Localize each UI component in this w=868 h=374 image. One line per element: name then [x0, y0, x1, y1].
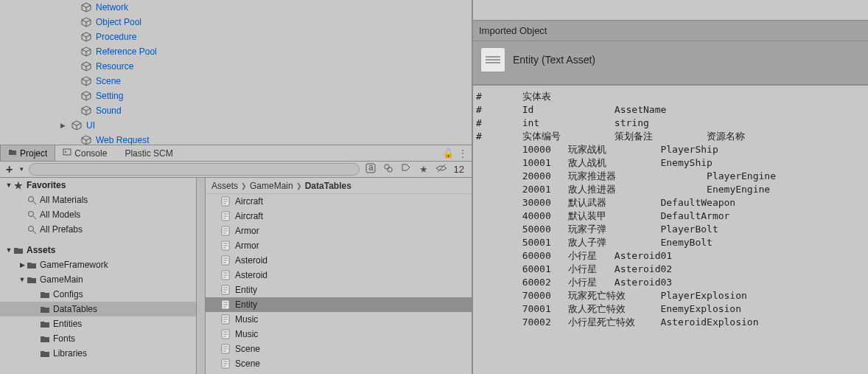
asset-item[interactable]: Entity [206, 297, 472, 312]
favorite-item[interactable]: All Materials [0, 193, 205, 207]
folder-icon [27, 260, 37, 270]
folder-label: Assets [27, 245, 55, 255]
create-button[interactable]: + [4, 163, 14, 176]
hierarchy-item[interactable]: Web Request [0, 133, 472, 145]
asset-label: Armor [235, 240, 259, 251]
hierarchy-item[interactable]: Setting [0, 89, 472, 103]
folder-label: All Materials [40, 195, 88, 205]
gameobject-icon [81, 76, 91, 86]
asset-item[interactable]: Asteroid [206, 268, 472, 283]
search-input[interactable] [29, 163, 359, 176]
search-by-name-icon[interactable]: a [364, 163, 377, 176]
asset-item[interactable]: Scene [206, 356, 472, 371]
tab-plastic-scm[interactable]: Plastic SCM [114, 145, 180, 161]
text-file-icon [220, 211, 231, 221]
svg-text:a: a [368, 163, 374, 173]
tab-project[interactable]: Project [0, 145, 55, 161]
folder-tree: ▼★FavoritesAll MaterialsAll ModelsAll Pr… [0, 178, 206, 374]
favorites-header[interactable]: ▼★Favorites [0, 178, 205, 193]
expand-arrow-icon[interactable]: ▼ [4, 246, 13, 254]
folder-item[interactable]: Entities [0, 316, 205, 331]
text-file-icon [220, 359, 231, 369]
asset-item[interactable]: Aircraft [206, 209, 472, 224]
folder-icon [40, 333, 50, 344]
hierarchy-item[interactable]: Sound [0, 103, 472, 118]
text-file-icon [220, 329, 231, 339]
gameobject-icon [81, 91, 91, 101]
lock-icon[interactable]: 🔓 [443, 148, 454, 159]
create-dropdown-icon[interactable]: ▼ [18, 166, 24, 173]
asset-item[interactable]: Asteroid [206, 253, 472, 268]
expand-arrow-icon[interactable]: ▼ [4, 181, 13, 189]
hierarchy-item[interactable]: Network [0, 0, 472, 15]
hierarchy-item[interactable]: Procedure [0, 30, 472, 44]
svg-point-3 [384, 165, 388, 169]
assets-root[interactable]: ▼Assets [0, 243, 205, 257]
favorite-item[interactable]: All Models [0, 207, 205, 222]
hierarchy-item[interactable]: Object Pool [0, 15, 472, 30]
hierarchy-item[interactable]: Reference Pool [0, 44, 472, 59]
breadcrumb: Assets❯GameMain❯DataTables [206, 178, 472, 194]
imported-object-header: Imported Object [473, 21, 868, 41]
folder-label: Fonts [53, 333, 75, 344]
project-panel: ProjectConsolePlastic SCM 🔓 ⋮ + ▼ a ★ 12… [0, 145, 472, 374]
hierarchy-item[interactable]: Resource [0, 59, 472, 74]
expand-arrow-icon[interactable]: ▶ [18, 261, 27, 269]
expand-arrow-icon[interactable]: ▼ [18, 276, 27, 283]
folder-icon [8, 148, 17, 159]
hierarchy-item[interactable]: Scene [0, 74, 472, 89]
hierarchy-item-label: Network [96, 2, 128, 13]
tab-label: Plastic SCM [125, 148, 172, 159]
folder-item[interactable]: ▼GameMain [0, 272, 205, 287]
folder-item[interactable]: DataTables [0, 302, 205, 316]
breadcrumb-segment[interactable]: GameMain [250, 181, 293, 191]
folder-item[interactable]: Fonts [0, 331, 205, 346]
favorite-star-icon[interactable]: ★ [417, 164, 430, 175]
text-file-icon [220, 196, 231, 207]
scrollbar[interactable] [196, 178, 205, 374]
folder-item[interactable]: Libraries [0, 346, 205, 361]
asset-label: Entity [235, 285, 257, 295]
folder-label: Entities [53, 319, 82, 329]
asset-label: Aircraft [235, 211, 263, 221]
search-by-label-icon[interactable] [399, 163, 413, 176]
svg-point-8 [28, 211, 33, 216]
hidden-count: 12 [454, 164, 464, 175]
asset-item[interactable]: Music [206, 312, 472, 327]
hidden-items-icon[interactable] [435, 163, 448, 176]
asset-item[interactable]: Music [206, 327, 472, 342]
tab-console[interactable]: Console [55, 145, 114, 161]
asset-item[interactable]: Armor [206, 224, 472, 238]
folder-item[interactable]: ▶GameFramework [0, 257, 205, 272]
panel-menu-icon[interactable]: ⋮ [458, 148, 467, 159]
inspector-panel: Imported Object Entity (Text Asset) # 实体… [472, 0, 868, 374]
breadcrumb-segment[interactable]: Assets [211, 181, 238, 191]
asset-item[interactable]: Armor [206, 238, 472, 253]
folder-label: Favorites [27, 180, 66, 190]
svg-line-9 [33, 216, 36, 219]
folder-icon [40, 319, 50, 329]
folder-item[interactable]: Configs [0, 287, 205, 302]
favorite-item[interactable]: All Prefabs [0, 222, 205, 237]
asset-item[interactable]: Entity [206, 283, 472, 297]
breadcrumb-segment[interactable]: DataTables [305, 181, 351, 191]
asset-title: Entity (Text Asset) [513, 54, 595, 66]
hierarchy-item-label: Reference Pool [96, 46, 157, 57]
text-asset-content: # 实体表 # Id AssetName # int string # 实体编号… [473, 85, 868, 374]
gameobject-icon [81, 2, 91, 13]
tab-label: Project [20, 148, 47, 159]
text-file-icon [220, 270, 231, 280]
asset-label: Music [235, 329, 258, 339]
hierarchy-item-label: Web Request [96, 135, 150, 145]
console-icon [63, 148, 71, 159]
text-file-icon [220, 344, 231, 354]
svg-point-10 [28, 226, 33, 231]
folder-icon [40, 304, 50, 314]
text-file-icon [220, 299, 231, 310]
search-by-type-icon[interactable] [382, 163, 395, 176]
hierarchy-item[interactable]: UI [0, 118, 472, 133]
hierarchy-panel: NetworkObject PoolProcedureReference Poo… [0, 0, 472, 145]
asset-label: Scene [235, 359, 260, 369]
asset-item[interactable]: Aircraft [206, 194, 472, 209]
asset-item[interactable]: Scene [206, 342, 472, 356]
